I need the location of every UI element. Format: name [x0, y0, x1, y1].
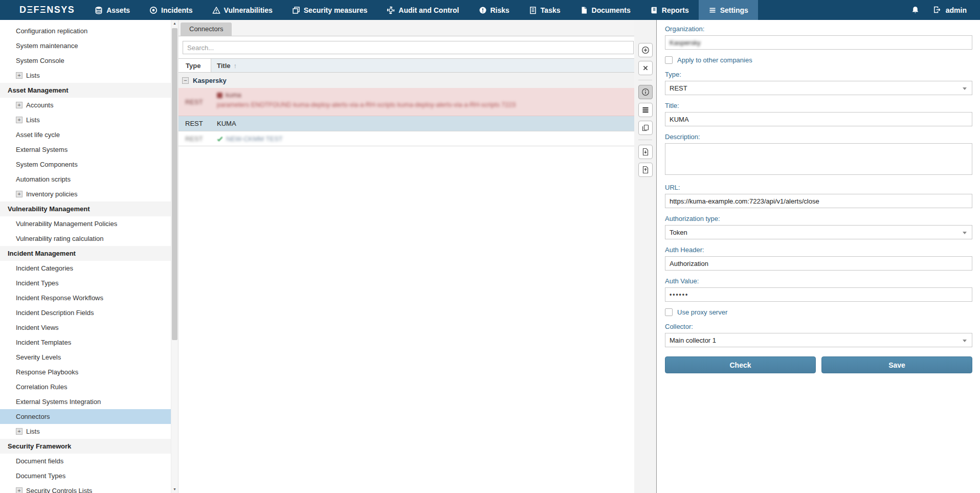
- sidebar-item-configuration-replication[interactable]: Configuration replication: [0, 24, 178, 38]
- risks-alert-icon: [479, 6, 487, 14]
- nav-item-settings[interactable]: Settings: [699, 0, 758, 20]
- nav-item-vulnerabilities[interactable]: Vulnerabilities: [203, 0, 282, 20]
- sidebar-item-vulnerability-management-policies[interactable]: Vulnerability Management Policies: [0, 216, 178, 231]
- vulnerabilities-warning-icon: [212, 6, 220, 14]
- expand-plus-icon[interactable]: +: [16, 191, 23, 197]
- sidebar-item-severity-levels[interactable]: Severity Levels: [0, 350, 178, 365]
- nav-item-security-measures[interactable]: Security measures: [282, 0, 377, 20]
- sidebar-item-accounts[interactable]: +Accounts: [0, 98, 178, 113]
- incidents-target-icon: [149, 6, 158, 14]
- bell-icon[interactable]: [911, 6, 920, 14]
- column-header-title[interactable]: Title ↑: [211, 59, 634, 72]
- title-field[interactable]: [665, 112, 972, 126]
- sidebar-item-incident-categories[interactable]: Incident Categories: [0, 261, 178, 276]
- sidebar-item-asset-life-cycle[interactable]: Asset life cycle: [0, 127, 178, 142]
- url-field[interactable]: [665, 194, 972, 208]
- sidebar-menu: Configuration replicationSystem maintena…: [0, 24, 178, 493]
- sidebar-item-vulnerability-rating-calculation[interactable]: Vulnerability rating calculation: [0, 231, 178, 246]
- sidebar-item-security-controls-lists[interactable]: +Security Controls Lists: [0, 483, 178, 493]
- auth-header-field[interactable]: [665, 256, 972, 271]
- add-button[interactable]: [638, 43, 653, 57]
- description-label: Description:: [665, 133, 972, 141]
- nav-items: AssetsIncidentsVulnerabilitiesSecurity m…: [85, 0, 758, 20]
- sidebar-item-lists[interactable]: +Lists: [0, 68, 178, 83]
- sidebar-item-lists[interactable]: +Lists: [0, 113, 178, 127]
- sidebar-scrollbar[interactable]: ▲ ▼: [171, 20, 178, 493]
- checkbox-icon[interactable]: [665, 56, 673, 64]
- copy-button[interactable]: [638, 121, 653, 135]
- sidebar-item-response-playbooks[interactable]: Response Playbooks: [0, 365, 178, 379]
- authorization-type-select[interactable]: Token: [665, 225, 972, 239]
- save-button[interactable]: Save: [821, 356, 972, 373]
- expand-plus-icon[interactable]: +: [16, 72, 23, 79]
- nav-item-risks[interactable]: Risks: [469, 0, 519, 20]
- export-button[interactable]: [638, 163, 653, 177]
- apply-other-companies-checkbox[interactable]: Apply to other companies: [665, 56, 972, 64]
- scroll-up-icon[interactable]: ▲: [171, 20, 178, 27]
- scrollbar-thumb[interactable]: [172, 28, 177, 340]
- sidebar-item-vulnerability-management: Vulnerability Management: [0, 201, 178, 216]
- title-label: Title:: [665, 102, 972, 109]
- collector-select[interactable]: Main collector 1: [665, 333, 972, 347]
- url-label: URL:: [665, 184, 972, 191]
- sidebar-item-system-console[interactable]: System Console: [0, 53, 178, 68]
- sidebar-item-connectors[interactable]: Connectors: [0, 409, 178, 424]
- list-icon: [641, 106, 650, 114]
- import-button[interactable]: [638, 145, 653, 159]
- documents-file-icon: [580, 6, 588, 14]
- table-row-selected[interactable]: REST KUMA: [179, 116, 634, 131]
- logout-icon: [933, 6, 942, 14]
- nav-item-incidents[interactable]: Incidents: [140, 0, 202, 20]
- organization-field[interactable]: Kaspersky: [665, 35, 972, 50]
- sidebar-item-incident-types[interactable]: Incident Types: [0, 276, 178, 290]
- sidebar-item-incident-response-workflows[interactable]: Incident Response Workflows: [0, 290, 178, 305]
- use-proxy-checkbox[interactable]: Use proxy server: [665, 308, 972, 316]
- table-row-error[interactable]: REST kuma parameters ENOTFOUND kuma-depl…: [179, 88, 634, 116]
- expand-plus-icon[interactable]: +: [16, 102, 23, 108]
- sidebar-item-document-fields[interactable]: Document fields: [0, 454, 178, 468]
- tasks-clipboard-icon: [529, 6, 537, 14]
- list-button[interactable]: [638, 103, 653, 117]
- sidebar-item-inventory-policies[interactable]: +Inventory policies: [0, 187, 178, 201]
- nav-item-tasks[interactable]: Tasks: [519, 0, 570, 20]
- details-button[interactable]: [638, 85, 653, 99]
- description-field[interactable]: [665, 143, 972, 175]
- sidebar-item-automation-scripts[interactable]: Automation scripts: [0, 172, 178, 187]
- sidebar-item-incident-templates[interactable]: Incident Templates: [0, 335, 178, 350]
- expand-plus-icon[interactable]: +: [16, 117, 23, 123]
- collapse-icon[interactable]: −: [182, 77, 189, 84]
- sidebar-item-incident-views[interactable]: Incident Views: [0, 320, 178, 335]
- row-title: KUMA: [211, 116, 634, 131]
- user-menu[interactable]: admin: [933, 6, 967, 14]
- group-row-kaspersky[interactable]: − Kaspersky: [179, 73, 634, 88]
- search-input[interactable]: [183, 41, 634, 54]
- sidebar-item-lists[interactable]: +Lists: [0, 424, 178, 439]
- top-navigation: DΞFΞNSYS AssetsIncidentsVulnerabilitiesS…: [0, 0, 980, 20]
- sidebar-item-external-systems-integration[interactable]: External Systems Integration: [0, 394, 178, 409]
- row-error-message: parameters ENOTFOUND kuma-deploy-alerts-…: [217, 101, 634, 108]
- check-button[interactable]: Check: [665, 356, 816, 373]
- tab-connectors[interactable]: Connectors: [181, 23, 232, 36]
- column-header-type[interactable]: Type: [179, 59, 211, 72]
- sidebar-item-system-components[interactable]: System Components: [0, 157, 178, 172]
- checkbox-icon[interactable]: [665, 308, 673, 316]
- nav-item-reports[interactable]: Reports: [640, 0, 699, 20]
- nav-item-assets[interactable]: Assets: [85, 0, 140, 20]
- type-select[interactable]: REST: [665, 81, 972, 95]
- nav-item-audit-and-control[interactable]: Audit and Control: [377, 0, 469, 20]
- expand-plus-icon[interactable]: +: [16, 487, 23, 493]
- delete-button[interactable]: [638, 61, 653, 75]
- sidebar-item-incident-description-fields[interactable]: Incident Description Fields: [0, 305, 178, 320]
- auth-value-field[interactable]: ••••••: [665, 287, 972, 302]
- sidebar-item-incident-management: Incident Management: [0, 246, 178, 261]
- action-buttons: Check Save: [665, 356, 972, 373]
- sidebar-item-system-maintenance[interactable]: System maintenance: [0, 38, 178, 53]
- sidebar-item-document-types[interactable]: Document Types: [0, 468, 178, 483]
- expand-plus-icon[interactable]: +: [16, 428, 23, 435]
- nav-item-documents[interactable]: Documents: [570, 0, 640, 20]
- table-row[interactable]: REST NEW-CKMM TEST: [179, 131, 634, 146]
- sidebar-item-correlation-rules[interactable]: Correlation Rules: [0, 379, 178, 394]
- sidebar-item-external-systems[interactable]: External Systems: [0, 142, 178, 157]
- scroll-down-icon[interactable]: ▼: [171, 486, 178, 493]
- collector-label: Collector:: [665, 323, 972, 330]
